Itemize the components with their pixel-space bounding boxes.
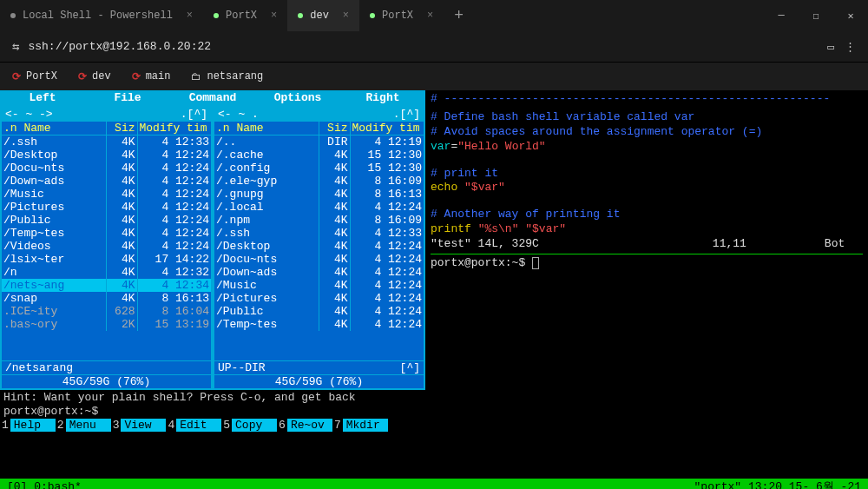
current-path: UP--DIR — [218, 361, 266, 374]
file-row[interactable]: /.gnupg4K8 16:13 — [214, 188, 424, 201]
quick-netsarang[interactable]: 🗀netsarang — [191, 70, 263, 83]
tab-local-shell[interactable]: Local Shell - Powershell × — [0, 0, 203, 31]
comment-line: # --------------------------------------… — [431, 92, 863, 107]
fm-menubar[interactable]: Left File Command Options Right — [0, 90, 425, 105]
function-keys: 1Help2Menu3View4Edit5Copy6Re~ov7Mkdir — [0, 418, 425, 433]
fm-right-footer: UP--DIR[^] — [214, 360, 424, 374]
tab-portx-1[interactable]: PortX × — [203, 0, 287, 31]
address-text[interactable]: ssh://portx@192.168.0.20:22 — [28, 40, 819, 53]
file-row[interactable]: /.config4K15 12:30 — [214, 162, 424, 175]
comment-line: # Define bash shell variable called var — [431, 110, 863, 125]
hint-text: Hint: Want your plain shell? Press C-o, … — [0, 390, 425, 405]
file-row[interactable]: /Down~ads4K4 12:24 — [2, 175, 211, 188]
header-modify[interactable]: Modify tim — [138, 122, 212, 135]
shell-prompt[interactable]: portx@portx:~$ — [0, 405, 425, 418]
fm-left-footer: /netsarang — [2, 360, 211, 374]
fm-menu-left[interactable]: Left — [0, 90, 85, 105]
add-tab-button[interactable]: + — [444, 7, 474, 24]
file-row[interactable]: /Down~ads4K4 12:24 — [214, 266, 424, 279]
file-row[interactable]: /Pictures4K4 12:24 — [2, 201, 211, 214]
arrow-indicator: [^] — [400, 361, 420, 374]
file-row[interactable]: /Videos4K4 12:24 — [2, 240, 211, 253]
connection-icon: ⇆ — [12, 39, 19, 54]
file-row[interactable]: .ICE~ity6288 16:04 — [2, 305, 211, 318]
file-row[interactable]: /..DIR4 12:19 — [214, 135, 424, 149]
file-row[interactable]: /.local4K4 12:24 — [214, 201, 424, 214]
quick-label: PortX — [26, 70, 57, 83]
menu-icon[interactable]: ⋮ — [845, 40, 856, 54]
file-manager-panel: Left File Command Options Right <- ~ ->.… — [0, 90, 425, 479]
window-controls: ─ ☐ ✕ — [764, 0, 868, 31]
file-row[interactable]: /.ele~gyp4K8 16:09 — [214, 175, 424, 188]
close-icon[interactable]: × — [427, 10, 433, 22]
close-icon[interactable]: × — [343, 10, 349, 22]
file-row[interactable]: /Music4K4 12:24 — [2, 188, 211, 201]
header-name[interactable]: .n Name — [214, 122, 319, 135]
fm-columns: <- ~ ->.[^] .n Name Siz Modify tim /.ssh… — [0, 105, 425, 390]
header-modify[interactable]: Modify tim — [351, 122, 424, 135]
quick-dev[interactable]: ⟳dev — [78, 70, 111, 83]
separator — [431, 254, 863, 254]
file-row[interactable]: /nets~ang4K4 12:34 — [2, 279, 211, 292]
fm-menu-file[interactable]: File — [85, 90, 170, 105]
close-icon[interactable]: × — [187, 10, 193, 22]
file-row[interactable]: /Public4K4 12:24 — [2, 214, 211, 227]
split-icon[interactable]: ▭ — [827, 40, 834, 54]
reload-icon: ⟳ — [78, 70, 87, 83]
file-row[interactable]: /.cache4K15 12:30 — [214, 149, 424, 162]
fkey-mkdir[interactable]: 7Mkdir — [332, 419, 388, 432]
file-row[interactable]: /.ssh4K4 12:33 — [2, 135, 211, 149]
file-row[interactable]: /Desktop4K4 12:24 — [2, 149, 211, 162]
tab-label: PortX — [382, 10, 413, 22]
tab-label: PortX — [226, 10, 257, 22]
file-list[interactable]: /..DIR4 12:19/.cache4K15 12:30/.config4K… — [214, 135, 424, 331]
file-row[interactable]: /Docu~nts4K4 12:24 — [214, 253, 424, 266]
file-row[interactable]: /Docu~nts4K4 12:24 — [2, 162, 211, 175]
header-name[interactable]: .n Name — [2, 122, 107, 135]
file-row[interactable]: /Pictures4K4 12:24 — [214, 292, 424, 305]
file-row[interactable]: /.ssh4K4 12:33 — [214, 227, 424, 240]
fm-menu-options[interactable]: Options — [255, 90, 340, 105]
file-row[interactable]: .bas~ory2K15 13:19 — [2, 318, 211, 331]
tab-label: Local Shell - Powershell — [23, 10, 173, 22]
minimize-button[interactable]: ─ — [764, 0, 799, 31]
file-row[interactable]: /snap4K8 16:13 — [2, 292, 211, 305]
close-button[interactable]: ✕ — [833, 0, 868, 31]
shell-prompt[interactable]: portx@portx:~$ — [431, 256, 863, 271]
quick-portx[interactable]: ⟳PortX — [12, 70, 57, 83]
fm-menu-command[interactable]: Command — [170, 90, 255, 105]
fm-left-pane[interactable]: <- ~ ->.[^] .n Name Siz Modify tim /.ssh… — [0, 105, 213, 390]
column-header: .n Name Siz Modify tim — [2, 122, 211, 135]
code-line: echo "$var" — [431, 181, 863, 195]
file-row[interactable]: /Desktop4K4 12:24 — [214, 240, 424, 253]
cursor-icon — [532, 257, 539, 269]
file-row[interactable]: /Public4K4 12:24 — [214, 305, 424, 318]
quick-label: netsarang — [207, 70, 263, 83]
quick-label: main — [146, 70, 171, 83]
file-row[interactable]: /Temp~tes4K4 12:24 — [214, 318, 424, 331]
file-row[interactable]: /Temp~tes4K4 12:24 — [2, 227, 211, 240]
quick-main[interactable]: ⟳main — [132, 70, 171, 83]
fkey-help[interactable]: 1Help — [0, 419, 56, 432]
file-list[interactable]: /.ssh4K4 12:33/Desktop4K4 12:24/Docu~nts… — [2, 135, 211, 331]
fkey-re~ov[interactable]: 6Re~ov — [277, 419, 332, 432]
tab-indicator-icon — [214, 13, 219, 18]
tab-portx-2[interactable]: PortX × — [359, 0, 444, 31]
file-row[interactable]: /Music4K4 12:24 — [214, 279, 424, 292]
fkey-menu[interactable]: 2Menu — [56, 419, 111, 432]
close-icon[interactable]: × — [271, 10, 277, 22]
header-size[interactable]: Siz — [107, 122, 138, 135]
fkey-view[interactable]: 3View — [111, 419, 167, 432]
file-row[interactable]: /n4K4 12:32 — [2, 266, 211, 279]
header-size[interactable]: Siz — [319, 122, 351, 135]
file-row[interactable]: /lsix~ter4K17 14:22 — [2, 253, 211, 266]
fkey-edit[interactable]: 4Edit — [166, 419, 221, 432]
fm-menu-right[interactable]: Right — [340, 90, 425, 105]
fkey-copy[interactable]: 5Copy — [221, 419, 277, 432]
tab-dev[interactable]: dev × — [287, 0, 359, 31]
file-row[interactable]: /.npm4K8 16:09 — [214, 214, 424, 227]
tab-label: dev — [310, 10, 329, 22]
terminal-panel[interactable]: # --------------------------------------… — [425, 90, 868, 479]
fm-right-pane[interactable]: <- ~ ..[^] .n Name Siz Modify tim /..DIR… — [213, 105, 425, 390]
maximize-button[interactable]: ☐ — [799, 0, 833, 31]
